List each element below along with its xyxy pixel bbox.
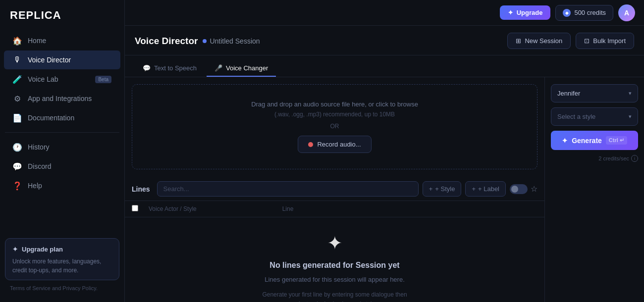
home-icon: 🏠 [13,36,22,45]
new-session-button[interactable]: ⊞ New Session [507,33,571,49]
tab-label: Text to Speech [154,64,197,72]
sidebar: REPLICA 🏠 Home 🎙 Voice Director 🧪 Voice … [0,0,125,302]
sidebar-item-label: Documentation [28,114,74,122]
record-label: Record audio... [317,141,361,148]
microphone-icon: 🎙 [13,55,22,64]
sidebar-item-label: App and Integrations [28,95,92,102]
beta-badge: Beta [95,76,111,83]
col-voice-actor: Voice Actor / Style [149,205,276,212]
style-label: + Style [435,185,455,193]
page-title-area: Voice Director Untitled Session [135,36,500,47]
sidebar-item-home[interactable]: 🏠 Home [4,31,120,50]
tab-bar: 💬 Text to Speech 🎤 Voice Changer [125,55,644,77]
style-filter-button[interactable]: + + Style [423,181,462,197]
page-header: Voice Director Untitled Session ⊞ New Se… [125,26,644,55]
gear-icon: ⚙ [13,94,22,103]
sidebar-item-integrations[interactable]: ⚙ App and Integrations [4,89,120,108]
table-header: Voice Actor / Style Line [125,201,544,217]
new-session-label: New Session [525,37,562,45]
credits-button[interactable]: ◆ 500 credits [555,5,613,21]
voice-label: Jennifer [557,90,580,97]
credits-per-sec: 2 credits/sec i [551,155,638,162]
chevron-down-icon: ▾ [629,90,632,97]
lines-header: Lines + + Style + + Label [125,176,544,201]
empty-state: ✦ No lines generated for Session yet Lin… [125,217,544,302]
tab-voice-changer[interactable]: 🎤 Voice Changer [207,60,276,77]
sidebar-item-voice-lab[interactable]: 🧪 Voice Lab Beta [4,70,120,89]
help-icon: ❓ [13,181,22,190]
voice-changer-icon: 🎤 [215,64,222,72]
sidebar-item-voice-director[interactable]: 🎙 Voice Director [4,50,120,69]
logo-text: REPLICA [10,9,61,22]
drop-zone-text: Drag and drop an audio source file here,… [251,101,418,108]
generate-label: Generate [572,137,602,145]
mic-dot [308,142,313,147]
new-session-icon: ⊞ [516,37,521,45]
bulk-import-button[interactable]: ⊡ Bulk Import [576,33,634,49]
star-icon[interactable]: ☆ [531,184,537,194]
document-icon: 📄 [13,113,22,122]
sidebar-item-label: History [28,143,50,151]
empty-title: No lines generated for Session yet [269,261,399,270]
upgrade-sparkle-icon: ✦ [508,9,513,16]
voice-select[interactable]: Jennifer ▾ [551,84,638,102]
drop-zone[interactable]: Drag and drop an audio source file here,… [132,84,537,169]
upgrade-card: ✦ Upgrade plan Unlock more features, lan… [5,238,119,280]
label-text: + Label [478,185,499,193]
sidebar-item-history[interactable]: 🕐 History [4,138,120,156]
page-content: Voice Director Untitled Session ⊞ New Se… [125,26,644,302]
credits-icon: ◆ [563,9,571,17]
upgrade-button[interactable]: ✦ Upgrade [500,5,551,20]
select-all-checkbox[interactable] [132,205,138,211]
tab-label: Voice Changer [226,64,268,72]
drop-zone-or: OR [330,123,339,130]
session-name-area: Untitled Session [203,37,260,45]
col-line: Line [282,205,537,212]
sidebar-item-label: Home [28,37,46,45]
session-name-label: Untitled Session [210,37,260,45]
upgrade-card-text: Unlock more features, languages, credit … [12,257,112,275]
style-select[interactable]: Select a style ▾ [551,107,638,126]
sidebar-item-label: Voice Director [28,56,71,64]
hint-line1: Generate your first line by entering som… [262,291,407,298]
drop-zone-hint: (.wav, .ogg, .mp3) recommended, up to 10… [274,111,395,118]
style-placeholder: Select a style [557,113,595,120]
bulk-import-label: Bulk Import [593,37,626,45]
empty-subtitle: Lines generated for this session will ap… [265,275,405,285]
toggle-thumb [511,186,518,193]
info-icon[interactable]: i [631,155,638,162]
search-input[interactable] [157,181,419,197]
top-header: ✦ Upgrade ◆ 500 credits A [125,0,644,26]
tab-text-to-speech[interactable]: 💬 Text to Speech [135,60,205,77]
plus-icon: + [472,185,476,193]
sidebar-item-discord[interactable]: 💬 Discord [4,157,120,176]
text-to-speech-icon: 💬 [143,64,151,72]
history-icon: 🕐 [13,143,22,151]
empty-hint: Generate your first line by entering som… [262,290,407,302]
upgrade-star-icon: ✦ [12,246,18,253]
toggle-area: ☆ [510,184,537,194]
flask-icon: 🧪 [13,75,22,84]
avatar[interactable]: A [618,4,635,21]
sidebar-item-label: Help [28,182,42,190]
main-content: ✦ Upgrade ◆ 500 credits A Voice Director… [125,0,644,302]
toggle-switch[interactable] [510,184,528,194]
page-actions: ⊞ New Session ⊡ Bulk Import [507,33,634,49]
right-panel: Jennifer ▾ Select a style ▾ ✦ Generate C… [545,77,644,302]
sidebar-item-documentation[interactable]: 📄 Documentation [4,108,120,127]
credits-label: 500 credits [574,9,606,16]
plus-icon: + [429,185,433,193]
lines-section: Lines + + Style + + Label [125,176,544,302]
sparkle-icon: ✦ [327,232,343,254]
record-audio-button[interactable]: Record audio... [298,136,371,153]
upgrade-card-header: ✦ Upgrade plan [12,246,112,253]
checkbox-col [132,205,143,213]
label-filter-button[interactable]: + + Label [465,181,506,197]
generate-button[interactable]: ✦ Generate Ctrl ↵ [551,131,638,150]
footer-text: Terms of Service and Privacy Policy. [10,285,98,291]
chevron-down-icon: ▾ [629,113,632,120]
sidebar-bottom: ✦ Upgrade plan Unlock more features, lan… [0,233,124,302]
generate-sparkle-icon: ✦ [562,137,568,145]
sidebar-item-help[interactable]: ❓ Help [4,176,120,195]
session-dot [203,39,207,43]
